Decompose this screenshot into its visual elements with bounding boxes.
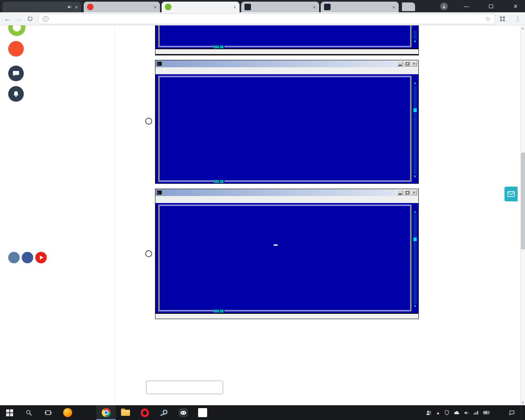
chat-bubble-icon	[8, 66, 24, 81]
firefox-icon	[63, 408, 72, 417]
cmd-icon: C:	[157, 190, 162, 195]
yaklass-logo[interactable]	[8, 25, 25, 36]
network-icon[interactable]	[473, 410, 479, 415]
tp-menubar	[155, 196, 418, 203]
sidebar-item-peremenka[interactable]	[8, 86, 32, 102]
people-icon[interactable]	[426, 410, 432, 416]
shield-icon[interactable]	[444, 410, 450, 415]
tab-active-exercise[interactable]: ×	[162, 2, 240, 12]
tab-audio-icon[interactable]	[67, 5, 72, 9]
radio-option-1[interactable]	[145, 118, 152, 125]
editor-frame	[158, 25, 411, 47]
address-bar[interactable]: i ☆	[38, 14, 495, 24]
znanija-favicon	[324, 4, 331, 10]
scrollbar-thumb[interactable]	[521, 153, 525, 249]
tab-close-icon[interactable]: ×	[233, 4, 236, 10]
editor-frame	[158, 205, 411, 311]
dos-close-button: ×	[411, 61, 417, 66]
page-scrollbar[interactable]: ▲ ▼	[520, 25, 525, 405]
show-desktop-button[interactable]	[521, 405, 523, 420]
back-button[interactable]: ←	[4, 16, 11, 22]
feedback-envelope-button[interactable]	[504, 187, 518, 201]
pascal-window-option-1[interactable]: ▼	[155, 25, 419, 55]
task-view-button[interactable]	[39, 405, 58, 420]
taskbar-clock[interactable]	[501, 410, 504, 415]
opera-taskbar-icon[interactable]	[135, 405, 154, 420]
tab-zapishi[interactable]: ×	[241, 2, 319, 12]
scroll-down-button[interactable]: ▼	[520, 400, 525, 405]
action-center-icon[interactable]	[509, 410, 515, 416]
pascal-window-option-3[interactable]: C: × ▲	[155, 189, 419, 319]
bookmark-star-icon[interactable]: ☆	[485, 15, 491, 23]
cmd-titlebar: C: ×	[155, 189, 418, 196]
exercise-content: ▼ C: ×	[115, 25, 520, 405]
discord-taskbar-icon[interactable]	[173, 405, 193, 420]
tab-dialogi[interactable]: ×	[2, 2, 81, 12]
volume-icon[interactable]	[464, 410, 469, 415]
h-scroll-thumb	[214, 46, 224, 48]
tp-fline	[155, 313, 418, 319]
refresh-button[interactable]	[27, 16, 33, 22]
cloud-icon[interactable]	[454, 410, 460, 415]
abbyy-taskbar-icon[interactable]	[193, 405, 212, 420]
sidebar-item-news[interactable]	[8, 66, 32, 81]
screen: { "browser": { "window_tab": { "title": …	[0, 0, 525, 420]
browser-toolbar: ← → i ☆ ⋮	[0, 12, 525, 25]
profile-icon[interactable]	[440, 2, 448, 10]
close-button[interactable]: ✕	[509, 3, 522, 9]
browser-tab-strip: × × × × × — ✕	[0, 0, 525, 12]
pascal-screen: ▲ ▼	[155, 203, 418, 313]
maximize-button[interactable]	[485, 3, 497, 9]
folder-icon	[121, 410, 130, 416]
sidebar-item-subscription[interactable]	[8, 41, 32, 57]
scroll-down-arrow: ▼	[413, 39, 417, 43]
task-view-icon	[45, 409, 52, 416]
pascal-screen: ▼	[155, 25, 418, 48]
scroll-down-arrow: ▼	[413, 174, 417, 178]
hidden-icons-chevron[interactable]: ▲	[436, 411, 440, 415]
chrome-taskbar-icon[interactable]	[96, 405, 116, 420]
tab-close-icon[interactable]: ×	[75, 4, 78, 10]
scroll-up-arrow: ▲	[413, 81, 417, 85]
vk-icon[interactable]	[8, 252, 20, 263]
pascal-window-option-2[interactable]: C: × ▲	[155, 60, 419, 184]
scroll-up-button[interactable]: ▲	[520, 25, 525, 31]
browser-menu-icon[interactable]: ⋮	[515, 15, 521, 23]
tab-zapolni[interactable]: ×	[84, 2, 160, 12]
text-cursor	[274, 244, 278, 246]
taskbar-search-button[interactable]	[19, 405, 39, 420]
scroll-up-arrow: ▲	[413, 210, 417, 214]
v-scrollbar: ▲ ▼	[413, 210, 417, 308]
youtube-icon[interactable]	[35, 252, 47, 263]
explorer-taskbar-icon[interactable]	[116, 405, 135, 420]
tab-close-icon[interactable]: ×	[313, 4, 316, 10]
cmd-titlebar: C: ×	[155, 60, 418, 67]
sidebar	[0, 25, 115, 405]
extension-icon[interactable]	[500, 16, 505, 21]
znanija-favicon	[244, 4, 251, 10]
new-tab-button[interactable]	[402, 2, 415, 11]
forward-button[interactable]: →	[16, 16, 22, 22]
radio-option-2[interactable]	[145, 250, 152, 257]
yaplus-icon	[8, 41, 24, 57]
editor-frame	[158, 76, 411, 182]
steam-taskbar-icon[interactable]	[154, 405, 173, 420]
h-scroll-thumb	[214, 310, 224, 313]
social-icons	[8, 252, 47, 263]
edge-taskbar-icon[interactable]	[77, 405, 96, 420]
facebook-icon[interactable]	[22, 252, 33, 263]
page-info-icon[interactable]: i	[43, 16, 48, 22]
bell-icon	[8, 86, 24, 102]
tab-close-icon[interactable]: ×	[153, 4, 157, 10]
minimize-button[interactable]: —	[460, 3, 472, 9]
dos-close-button: ×	[411, 190, 417, 195]
envelope-icon	[507, 191, 515, 197]
start-button[interactable]	[0, 405, 19, 420]
tab-close-icon[interactable]: ×	[392, 4, 395, 10]
firefox-taskbar-icon[interactable]	[58, 405, 77, 420]
tab-dano[interactable]: ×	[321, 2, 399, 12]
dos-minimize-button	[397, 190, 403, 195]
taskbar: ▲	[0, 405, 525, 420]
answer-input[interactable]	[146, 381, 223, 394]
battery-icon[interactable]	[483, 411, 490, 415]
